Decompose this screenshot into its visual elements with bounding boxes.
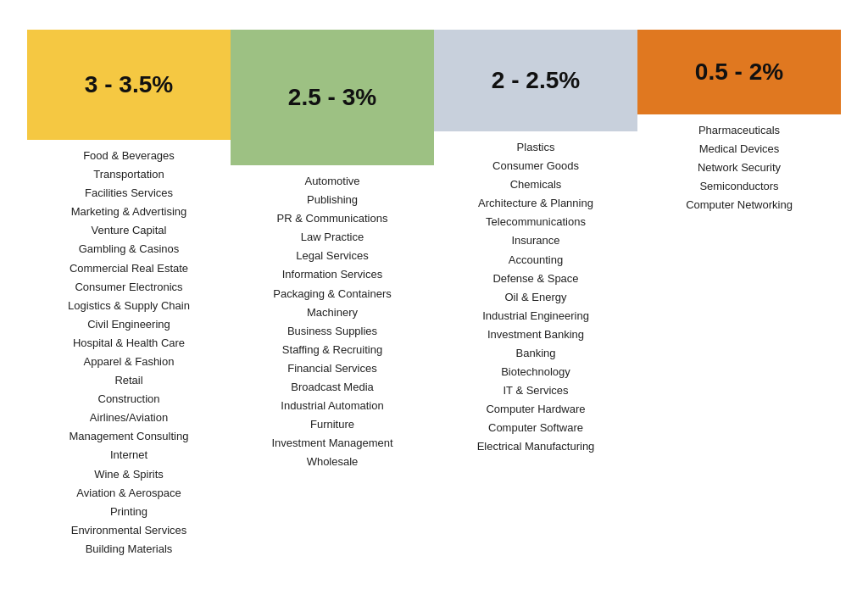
list-item: Staffing & Recruiting (282, 341, 382, 359)
list-item: Transportation (93, 165, 164, 184)
list-item: Construction (98, 390, 160, 409)
list-item: Computer Networking (686, 196, 793, 214)
list-item: Investment Banking (487, 325, 584, 344)
items-list-col1: Food & BeveragesTransportationFacilities… (27, 140, 231, 565)
bar-col3: 2 - 2.5% (434, 30, 637, 131)
bar-col4: 0.5 - 2% (637, 30, 841, 114)
list-item: Accounting (509, 251, 563, 270)
list-item: Telecommunications (486, 213, 586, 231)
list-item: PR & Communications (277, 209, 388, 228)
list-item: Legal Services (296, 247, 368, 265)
chart-container: 3 - 3.5%Food & BeveragesTransportationFa… (27, 30, 841, 565)
list-item: Wholesale (307, 453, 359, 471)
column-col3: 2 - 2.5%PlasticsConsumer GoodsChemicalsA… (434, 30, 637, 464)
list-item: Banking (516, 344, 556, 363)
column-col4: 0.5 - 2%PharmaceuticalsMedical DevicesNe… (637, 30, 841, 221)
column-col2: 2.5 - 3%AutomotivePublishingPR & Communi… (231, 30, 434, 479)
list-item: Wine & Spirits (94, 465, 164, 484)
list-item: Insurance (511, 231, 559, 250)
list-item: Law Practice (301, 228, 364, 247)
list-item: Financial Services (287, 359, 377, 378)
list-item: Facilities Services (85, 184, 173, 203)
list-item: Electrical Manufacturing (477, 437, 595, 456)
list-item: Network Security (698, 158, 781, 177)
list-item: Consumer Goods (492, 157, 579, 175)
list-item: Architecture & Planning (478, 194, 593, 213)
list-item: Automotive (304, 172, 359, 191)
list-item: Oil & Energy (505, 288, 567, 307)
list-item: Defense & Space (492, 270, 578, 288)
list-item: Business Supplies (287, 322, 377, 341)
list-item: Broadcast Media (291, 378, 374, 397)
bar-col1: 3 - 3.5% (27, 30, 231, 140)
items-list-col4: PharmaceuticalsMedical DevicesNetwork Se… (637, 114, 841, 221)
list-item: Food & Beverages (83, 147, 175, 165)
bar-label-col3: 2 - 2.5% (492, 66, 580, 95)
bar-label-col1: 3 - 3.5% (85, 70, 173, 99)
list-item: Semiconductors (699, 177, 778, 196)
column-col1: 3 - 3.5%Food & BeveragesTransportationFa… (27, 30, 231, 565)
list-item: Industrial Engineering (482, 307, 589, 325)
items-list-col2: AutomotivePublishingPR & CommunicationsL… (231, 165, 434, 479)
list-item: Industrial Automation (281, 397, 383, 415)
items-list-col3: PlasticsConsumer GoodsChemicalsArchitect… (434, 131, 637, 464)
list-item: Gambling & Casinos (79, 240, 180, 259)
bar-col2: 2.5 - 3% (231, 30, 434, 165)
list-item: Information Services (282, 265, 383, 284)
list-item: Retail (114, 371, 142, 390)
list-item: Internet (110, 446, 147, 464)
list-item: Venture Capital (92, 221, 167, 240)
list-item: Computer Software (488, 419, 583, 437)
list-item: Medical Devices (699, 140, 780, 158)
list-item: Chemicals (510, 175, 562, 194)
list-item: Marketing & Advertising (71, 203, 187, 221)
list-item: Printing (110, 503, 147, 521)
list-item: Packaging & Containers (273, 285, 391, 303)
list-item: Machinery (307, 303, 358, 322)
list-item: Investment Management (271, 434, 392, 453)
list-item: Civil Engineering (87, 315, 170, 334)
list-item: Consumer Electronics (75, 278, 182, 297)
list-item: Management Consulting (70, 427, 189, 446)
list-item: Pharmaceuticals (698, 121, 780, 140)
list-item: Hospital & Health Care (73, 334, 185, 353)
list-item: Building Materials (86, 540, 173, 559)
list-item: IT & Services (503, 381, 568, 400)
list-item: Plastics (517, 138, 555, 157)
list-item: Commercial Real Estate (70, 259, 188, 278)
list-item: Biotechnology (501, 363, 570, 381)
list-item: Environmental Services (71, 521, 187, 540)
bar-label-col4: 0.5 - 2% (695, 58, 783, 86)
list-item: Airlines/Aviation (90, 409, 168, 427)
list-item: Logistics & Supply Chain (68, 297, 190, 315)
list-item: Aviation & Aerospace (76, 484, 181, 503)
list-item: Furniture (310, 415, 354, 434)
list-item: Computer Hardware (486, 400, 585, 419)
bar-label-col2: 2.5 - 3% (288, 83, 376, 112)
list-item: Apparel & Fashion (84, 353, 175, 371)
list-item: Publishing (307, 191, 358, 209)
